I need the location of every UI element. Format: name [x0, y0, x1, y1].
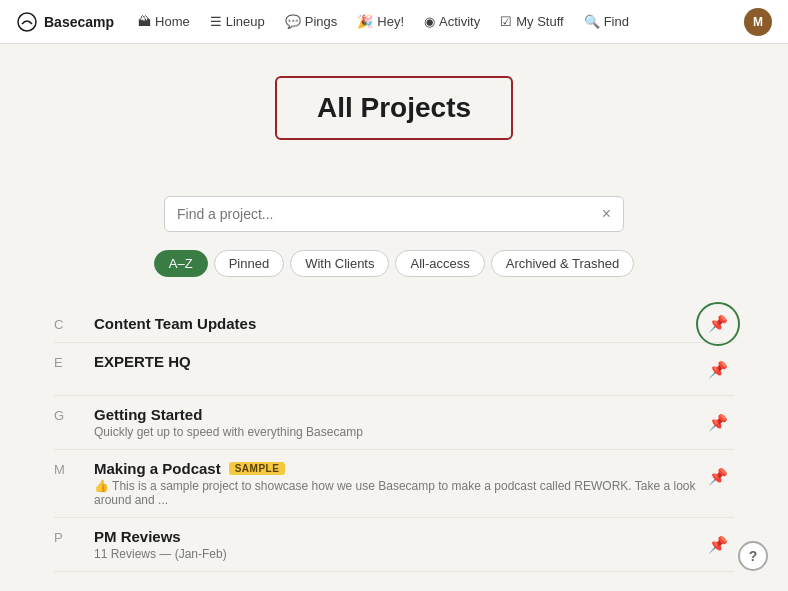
home-icon: 🏔: [138, 14, 151, 29]
project-letter: E: [54, 353, 94, 370]
pin-icon: 📌: [708, 360, 728, 379]
logo-icon: [16, 11, 38, 33]
pin-icon: 📌: [708, 535, 728, 554]
table-row: M Making a Podcast SAMPLE 👍 This is a sa…: [54, 450, 734, 518]
table-row: G Getting Started Quickly get up to spee…: [54, 396, 734, 450]
pin-icon: 📌: [708, 413, 728, 432]
pin-button[interactable]: 📌: [702, 528, 734, 560]
nav-home[interactable]: 🏔 Home: [130, 0, 198, 44]
hey-icon: 🎉: [357, 14, 373, 29]
top-nav: Basecamp 🏔 Home ☰ Lineup 💬 Pings 🎉 Hey! …: [0, 0, 788, 44]
filter-archived-trashed[interactable]: Archived & Trashed: [491, 250, 634, 277]
page-title-box: All Projects: [275, 76, 513, 140]
table-row: C Content Team Updates 📌: [54, 305, 734, 343]
project-name: Getting Started: [94, 406, 702, 423]
nav-mystuff[interactable]: ☑ My Stuff: [492, 0, 571, 44]
nav-hey[interactable]: 🎉 Hey!: [349, 0, 412, 44]
project-subtitle: 11 Reviews — (Jan-Feb): [94, 547, 702, 561]
pings-icon: 💬: [285, 14, 301, 29]
nav-pings[interactable]: 💬 Pings: [277, 0, 346, 44]
filter-all-access[interactable]: All-access: [395, 250, 484, 277]
project-name: Content Team Updates: [94, 315, 734, 332]
search-input[interactable]: [177, 206, 602, 222]
search-clear-button[interactable]: ×: [602, 205, 611, 223]
search-bar-wrapper: ×: [40, 196, 748, 232]
lineup-icon: ☰: [210, 14, 222, 29]
project-name: Making a Podcast SAMPLE: [94, 460, 702, 477]
pin-highlighted-button[interactable]: 📌: [696, 302, 740, 346]
filter-az[interactable]: A–Z: [154, 250, 208, 277]
project-subtitle: 👍 This is a sample project to showcase h…: [94, 479, 702, 507]
project-info: Getting Started Quickly get up to speed …: [94, 406, 702, 439]
nav-lineup[interactable]: ☰ Lineup: [202, 0, 273, 44]
project-name: EXPERTE HQ: [94, 353, 702, 370]
pin-button[interactable]: 📌: [702, 353, 734, 385]
app-name: Basecamp: [44, 14, 114, 30]
project-letter: M: [54, 460, 94, 477]
filter-tabs: A–Z Pinned With Clients All-access Archi…: [40, 250, 748, 277]
sample-badge: SAMPLE: [229, 462, 286, 475]
pin-icon: 📌: [708, 467, 728, 486]
pin-button[interactable]: 📌: [702, 406, 734, 438]
app-logo[interactable]: Basecamp: [16, 11, 114, 33]
project-info: PM Reviews 11 Reviews — (Jan-Feb): [94, 528, 702, 561]
project-letter: C: [54, 315, 94, 332]
avatar[interactable]: M: [744, 8, 772, 36]
table-row: P PM Reviews 11 Reviews — (Jan-Feb) 📌: [54, 518, 734, 572]
project-name: PM Reviews: [94, 528, 702, 545]
search-bar: ×: [164, 196, 624, 232]
project-subtitle: Quickly get up to speed with everything …: [94, 425, 702, 439]
page-title: All Projects: [317, 92, 471, 124]
nav-activity[interactable]: ◉ Activity: [416, 0, 488, 44]
activity-icon: ◉: [424, 14, 435, 29]
page-title-wrapper: All Projects: [40, 76, 748, 168]
nav-find[interactable]: 🔍 Find: [576, 0, 637, 44]
main-content: All Projects × A–Z Pinned With Clients A…: [0, 44, 788, 591]
mystuff-icon: ☑: [500, 14, 512, 29]
project-info: Making a Podcast SAMPLE 👍 This is a samp…: [94, 460, 702, 507]
pin-button[interactable]: 📌: [702, 460, 734, 492]
table-row: E EXPERTE HQ 📌: [54, 343, 734, 396]
project-info: Content Team Updates: [94, 315, 734, 332]
project-info: EXPERTE HQ: [94, 353, 702, 370]
find-icon: 🔍: [584, 14, 600, 29]
filter-pinned[interactable]: Pinned: [214, 250, 284, 277]
svg-point-0: [18, 13, 36, 31]
filter-with-clients[interactable]: With Clients: [290, 250, 389, 277]
project-letter: G: [54, 406, 94, 423]
project-letter: P: [54, 528, 94, 545]
help-button[interactable]: ?: [738, 541, 768, 571]
project-list: C Content Team Updates 📌 E EXPERTE HQ 📌: [54, 305, 734, 572]
pin-icon: 📌: [708, 314, 728, 333]
